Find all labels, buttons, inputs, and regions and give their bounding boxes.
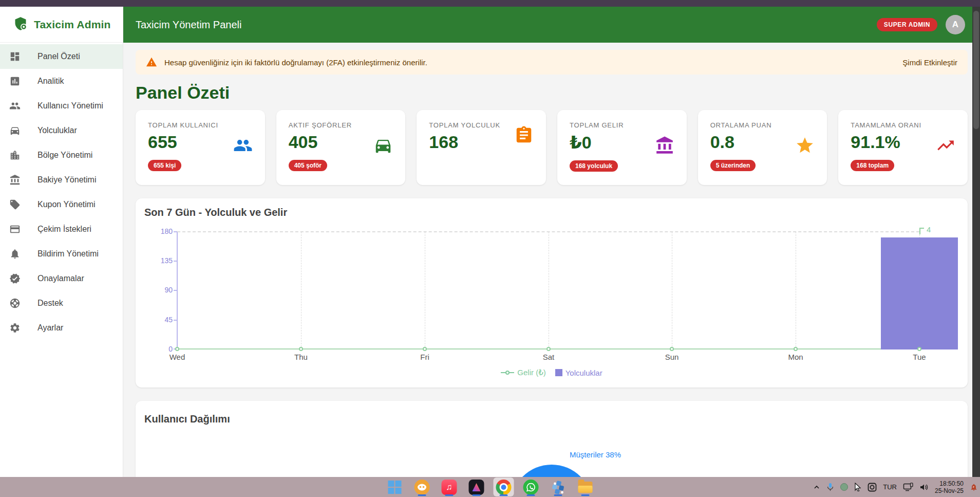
chart-legend: Gelir (₺) Yolculuklar xyxy=(136,368,968,377)
header-title: Taxicim Yönetim Paneli xyxy=(136,19,241,31)
square-marker-icon xyxy=(555,369,562,376)
speaker-icon[interactable] xyxy=(919,483,929,491)
x-tick: Sat xyxy=(528,353,569,361)
scrollbar-track[interactable] xyxy=(972,7,980,497)
microphone-icon[interactable] xyxy=(826,483,834,492)
stat-card-aktif-soforler: AKTIF ŞOFÖRLER 405 405 şoför xyxy=(276,110,406,185)
stat-card-toplam-yolculuk: TOPLAM YOLCULUK 168 xyxy=(417,110,546,185)
music-app-icon[interactable]: ♫ xyxy=(439,477,460,496)
chart-title: Son 7 Gün - Yolculuk ve Gelir xyxy=(144,207,287,218)
cursor-icon[interactable] xyxy=(854,483,861,491)
right-axis-tick xyxy=(919,228,924,234)
chrome-icon[interactable] xyxy=(494,477,514,496)
main-content: Hesap güvenliğiniz için iki faktörlü doğ… xyxy=(123,43,972,497)
x-tick: Tue xyxy=(899,353,940,361)
stat-card-ortalama-puan: ORTALAMA PUAN 0.8 5 üzerinden xyxy=(698,110,827,185)
chart-card: Son 7 Gün - Yolculuk ve Gelir 180 135 90… xyxy=(136,198,968,388)
app-grid-icon[interactable] xyxy=(548,477,569,496)
sidebar-item-bildirim-yonetimi[interactable]: Bildirim Yönetimi xyxy=(0,242,123,266)
brand-name: Taxicim Admin xyxy=(34,19,111,31)
dashboard-icon xyxy=(9,51,21,62)
shield-admin-icon xyxy=(13,16,28,33)
sidebar-item-ayarlar[interactable]: Ayarlar xyxy=(0,316,123,340)
sidebar-menu: Panel Özeti Analitik Kullanıcı Yönetimi … xyxy=(0,43,123,340)
people-icon xyxy=(9,100,21,112)
pie-slice-label: Müşteriler 38% xyxy=(570,450,621,459)
tray-chevron-up-icon[interactable] xyxy=(813,484,820,491)
sidebar-item-cekim-istekleri[interactable]: Çekim İstekleri xyxy=(0,217,123,242)
whatsapp-icon[interactable] xyxy=(521,477,541,496)
legend-yolculuklar[interactable]: Yolculuklar xyxy=(555,369,602,377)
stat-card-tamamlama-orani: TAMAMLAMA ORANI 91.1% 168 toplam xyxy=(838,110,968,185)
analytics-icon xyxy=(9,76,21,87)
support-icon xyxy=(9,298,21,309)
sidebar: Taxicim Admin Panel Özeti Analitik Kulla… xyxy=(0,7,123,497)
y-tick: 45 xyxy=(147,316,173,324)
clock[interactable]: 18:50:50 25-Nov-25 xyxy=(935,480,964,494)
x-tick: Mon xyxy=(775,353,816,361)
taskbar-app-icons: ♫ xyxy=(385,477,596,497)
notification-bell-icon[interactable]: z xyxy=(970,483,978,492)
sidebar-item-destek[interactable]: Destek xyxy=(0,291,123,316)
sidebar-item-onaylamalar[interactable]: Onaylamalar xyxy=(0,266,123,291)
obs-icon[interactable] xyxy=(868,483,877,492)
enable-2fa-link[interactable]: Şimdi Etkinleştir xyxy=(902,58,957,67)
avatar[interactable]: A xyxy=(946,15,965,34)
y-tick: 180 xyxy=(147,227,173,235)
warning-icon xyxy=(146,57,157,68)
camera-status-icon[interactable] xyxy=(840,483,848,491)
brand: Taxicim Admin xyxy=(0,7,123,43)
stat-card-toplam-gelir: TOPLAM GELIR ₺0 168 yolculuk xyxy=(557,110,687,185)
stat-badge: 5 üzerinden xyxy=(710,160,756,171)
tray-time: 18:50:50 xyxy=(935,480,964,487)
y-axis xyxy=(177,232,178,349)
dark-a-app-icon[interactable] xyxy=(466,477,487,496)
right-axis-label: 4 xyxy=(927,225,931,234)
legend-gelir[interactable]: Gelir (₺) xyxy=(501,368,545,377)
trending-up-icon xyxy=(936,136,955,155)
sidebar-item-bolge-yonetimi[interactable]: Bölge Yönetimi xyxy=(0,143,123,168)
star-icon xyxy=(795,136,815,155)
screen: Taxicim Admin Panel Özeti Analitik Kulla… xyxy=(0,0,980,497)
display-icon[interactable] xyxy=(903,483,913,491)
y-tick: 0 xyxy=(147,345,173,353)
window-titlebar xyxy=(0,0,980,7)
y-tick: 135 xyxy=(147,256,173,265)
bell-icon xyxy=(9,248,21,260)
sidebar-item-bakiye-yonetimi[interactable]: Bakiye Yönetimi xyxy=(0,168,123,192)
x-tick: Thu xyxy=(280,353,322,361)
people-icon xyxy=(233,136,253,155)
language-indicator[interactable]: TUR xyxy=(883,483,897,491)
sidebar-item-kupon-yonetimi[interactable]: Kupon Yönetimi xyxy=(0,192,123,217)
tray-date: 25-Nov-25 xyxy=(935,487,964,494)
clipboard-icon xyxy=(514,125,534,145)
file-explorer-icon[interactable] xyxy=(575,477,596,496)
y-tick: 90 xyxy=(147,286,173,294)
bank-icon xyxy=(9,174,21,186)
banner-message: Hesap güvenliğiniz için iki faktörlü doğ… xyxy=(164,58,427,67)
sidebar-item-yolculuklar[interactable]: Yolculuklar xyxy=(0,118,123,143)
windows-start-icon[interactable] xyxy=(385,477,405,496)
stat-badge: 168 yolculuk xyxy=(570,160,618,172)
car-icon xyxy=(9,125,21,136)
stat-badge: 168 toplam xyxy=(851,160,894,171)
yolculuklar-bar-tue[interactable] xyxy=(881,237,958,349)
sidebar-item-analitik[interactable]: Analitik xyxy=(0,69,123,94)
stat-badge: 405 şoför xyxy=(289,160,327,171)
scrollbar-thumb[interactable] xyxy=(973,11,979,129)
sidebar-item-panel-ozeti[interactable]: Panel Özeti xyxy=(0,44,123,69)
tag-icon xyxy=(9,199,21,210)
taskbar: ♫ xyxy=(0,477,980,497)
city-icon xyxy=(9,150,21,161)
role-badge: SUPER ADMIN xyxy=(877,18,937,31)
page-title: Panel Özeti xyxy=(136,83,968,103)
system-tray: TUR 18:50:50 25-Nov-25 z xyxy=(813,477,978,497)
pie-title: Kullanıcı Dağılımı xyxy=(144,413,230,425)
verified-icon xyxy=(9,273,21,284)
x-tick: Fri xyxy=(404,353,445,361)
credit-card-icon xyxy=(9,224,21,235)
bank-icon xyxy=(655,136,674,155)
x-tick: Wed xyxy=(157,353,198,361)
discord-icon[interactable] xyxy=(412,477,432,496)
sidebar-item-kullanici-yonetimi[interactable]: Kullanıcı Yönetimi xyxy=(0,94,123,118)
